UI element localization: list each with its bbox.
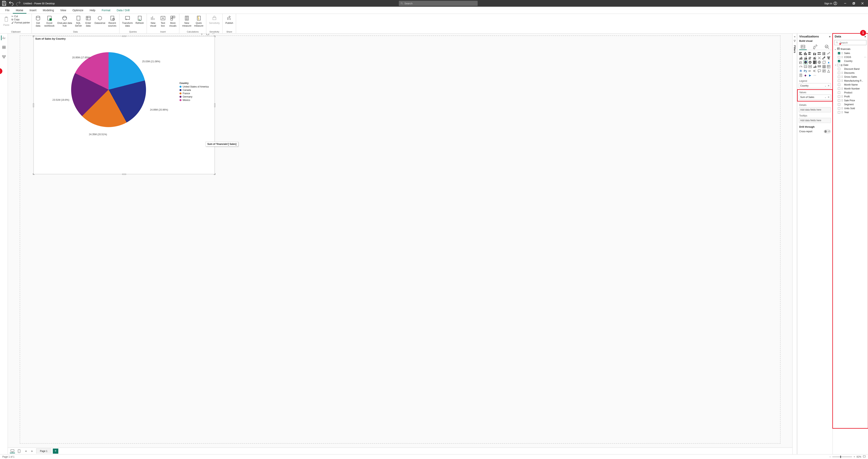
viz-scatter[interactable] xyxy=(799,60,803,64)
viz-stacked-area[interactable] xyxy=(804,56,807,60)
field-date[interactable]: ›▦Date xyxy=(834,63,867,67)
viz-card[interactable]: 123 xyxy=(804,65,807,69)
tab-format[interactable]: Format xyxy=(98,7,114,13)
zoom-slider[interactable] xyxy=(832,456,852,457)
visual-filter-icon[interactable] xyxy=(200,33,204,36)
viz-ribbon[interactable] xyxy=(817,56,821,60)
page-tab-1[interactable]: Page 1 xyxy=(36,448,51,454)
tab-file[interactable]: File xyxy=(2,7,13,13)
viz-clustered-bar[interactable] xyxy=(808,52,812,56)
global-search[interactable]: Search xyxy=(399,1,478,6)
viz-qna[interactable] xyxy=(817,69,821,73)
field-manufacturing-p-[interactable]: ΣManufacturing P... xyxy=(834,79,867,83)
quick-measure-button[interactable]: Quick measure xyxy=(193,14,205,28)
field-gross-sales[interactable]: ΣGross Sales xyxy=(834,75,867,79)
viz-map[interactable] xyxy=(817,60,821,64)
format-mode-icon[interactable] xyxy=(812,44,818,50)
excel-button[interactable]: Excel workbook xyxy=(43,14,56,28)
build-mode-icon[interactable] xyxy=(800,44,806,50)
sign-in-button[interactable]: Sign in xyxy=(822,1,840,5)
prev-page-icon[interactable]: ◄ xyxy=(23,450,28,453)
field-product[interactable]: Product xyxy=(834,91,867,95)
viz-pie[interactable] xyxy=(804,60,807,64)
field-discounts[interactable]: ΣDiscounts xyxy=(834,71,867,75)
viz-decomp[interactable] xyxy=(813,69,817,73)
focus-mode-icon[interactable] xyxy=(206,33,209,36)
viz-line-col[interactable] xyxy=(808,56,812,60)
field-checkbox[interactable] xyxy=(838,88,840,90)
get-data-button[interactable]: Get data xyxy=(33,14,43,28)
viz-more[interactable]: ⋯ xyxy=(813,73,817,77)
remove-field-icon[interactable]: ✕ xyxy=(828,84,830,87)
more-visuals-button[interactable]: More visuals xyxy=(168,14,178,28)
field-checkbox[interactable] xyxy=(838,95,840,98)
save-icon[interactable] xyxy=(1,0,7,6)
mobile-layout-icon[interactable] xyxy=(17,449,22,453)
desktop-layout-icon[interactable] xyxy=(10,449,15,453)
viz-slicer[interactable] xyxy=(817,65,821,69)
viz-powerapps[interactable]: ◆ xyxy=(804,73,807,77)
zoom-out-icon[interactable]: − xyxy=(829,455,831,458)
fit-page-icon[interactable] xyxy=(863,455,866,458)
visual-more-icon[interactable]: ⋯ xyxy=(212,33,215,36)
chevron-down-icon[interactable]: ⌄ xyxy=(825,84,827,87)
recent-button[interactable]: Recent sources xyxy=(107,14,118,28)
viz-clustered-col[interactable] xyxy=(813,52,817,56)
field-month-name[interactable]: Month Name xyxy=(834,83,867,87)
legend-field-well[interactable]: Country⌄✕ xyxy=(799,83,831,88)
minimize-icon[interactable] xyxy=(841,0,849,7)
maximize-icon[interactable] xyxy=(849,0,858,7)
field-checkbox[interactable]: ✓ xyxy=(838,60,840,62)
field-checkbox[interactable] xyxy=(838,68,840,70)
viz-waterfall[interactable] xyxy=(822,56,826,60)
viz-paginated[interactable] xyxy=(799,73,803,77)
field-checkbox[interactable] xyxy=(838,111,840,114)
sensitivity-button[interactable]: Sensitivity xyxy=(208,14,221,25)
tab-modeling[interactable]: Modeling xyxy=(40,7,57,13)
values-field-well[interactable]: Sum of Sales⌄✕ xyxy=(799,95,831,100)
report-canvas[interactable]: ⋯ Sum of Sales by Country 25.03M (21.08%… xyxy=(8,33,792,448)
viz-multi-card[interactable] xyxy=(808,65,812,69)
field-profit[interactable]: ΣProfit xyxy=(834,95,867,98)
field-checkbox[interactable] xyxy=(837,64,839,66)
viz-kpi[interactable] xyxy=(813,65,817,69)
copy-button[interactable]: ⧉Copy xyxy=(11,18,30,21)
pie-visual[interactable]: ⋯ Sum of Sales by Country 25.03M (21.08%… xyxy=(33,36,215,174)
chevron-down-icon[interactable]: ⌄ xyxy=(834,48,836,51)
viz-line[interactable] xyxy=(827,52,831,56)
field-checkbox[interactable] xyxy=(838,103,840,105)
sql-button[interactable]: SQL Server xyxy=(74,14,83,28)
report-view-icon[interactable] xyxy=(1,35,6,40)
viz-r[interactable]: R xyxy=(799,69,803,73)
viz-filled-map[interactable] xyxy=(822,60,826,64)
redo-icon[interactable] xyxy=(16,0,21,6)
textbox-button[interactable]: AText box xyxy=(158,14,168,28)
paste-button[interactable]: Paste xyxy=(2,14,11,27)
model-view-icon[interactable] xyxy=(2,54,6,59)
dataverse-button[interactable]: Dataverse xyxy=(93,14,106,25)
new-measure-button[interactable]: New measure xyxy=(181,14,192,28)
viz-donut[interactable] xyxy=(808,60,812,64)
expand-filters-icon[interactable]: « xyxy=(794,35,795,38)
table-node[interactable]: ⌄ financials xyxy=(834,47,867,51)
tab-help[interactable]: Help xyxy=(87,7,98,13)
close-icon[interactable] xyxy=(858,0,867,7)
field-month-number[interactable]: ΣMonth Number xyxy=(834,87,867,91)
field-checkbox[interactable] xyxy=(838,107,840,110)
viz-gauge[interactable] xyxy=(799,65,803,69)
viz-azure-map[interactable]: ▲ xyxy=(827,60,831,64)
field-checkbox[interactable]: ✓ xyxy=(838,52,840,54)
enter-data-button[interactable]: Enter data xyxy=(84,14,93,28)
chevron-right-icon[interactable]: › xyxy=(835,64,836,66)
field-checkbox[interactable] xyxy=(838,76,840,78)
cross-report-toggle[interactable]: Off xyxy=(824,130,831,133)
viz-stacked-col[interactable] xyxy=(804,52,807,56)
remove-field-icon[interactable]: ✕ xyxy=(828,96,830,98)
onelake-button[interactable]: OneLake data hub xyxy=(56,14,73,28)
next-page-icon[interactable]: ► xyxy=(30,450,35,453)
field-sale-price[interactable]: ΣSale Price xyxy=(834,98,867,102)
field-units-sold[interactable]: ΣUnits Sold xyxy=(834,106,867,110)
new-visual-button[interactable]: New visual xyxy=(148,14,158,28)
viz-area[interactable] xyxy=(799,56,803,60)
tooltips-field-well[interactable]: Add data fields here xyxy=(799,118,831,123)
